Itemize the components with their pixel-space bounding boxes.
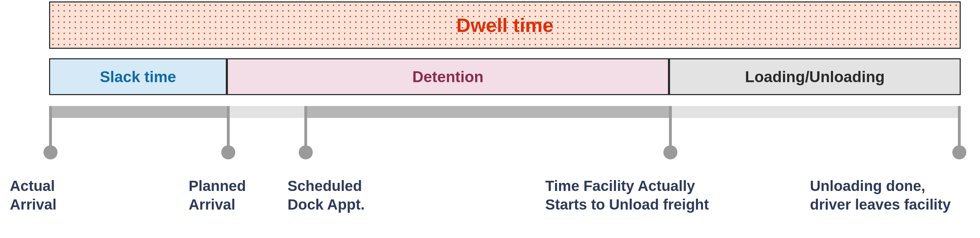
tick-actual-arrival-label: Actual Arrival	[10, 177, 56, 214]
timeline-axis-shaded-1	[50, 106, 227, 118]
tick-unloading-done-stem	[958, 106, 961, 148]
tick-unloading-done-label: Unloading done, driver leaves facility	[810, 177, 951, 214]
tick-facility-starts-label: Time Facility Actually Starts to Unload …	[545, 177, 709, 214]
dwell-time-label: Dwell time	[457, 14, 554, 37]
loading-unloading-bar: Loading/Unloading	[669, 58, 961, 95]
tick-unloading-done-dot	[952, 145, 966, 160]
tick-actual-arrival-dot	[43, 145, 57, 160]
tick-actual-arrival-stem	[49, 106, 52, 148]
detention-bar: Detention	[227, 58, 669, 95]
tick-scheduled-dock-label: Scheduled Dock Appt.	[288, 177, 365, 214]
tick-facility-starts-dot	[663, 145, 678, 160]
dwell-time-bar: Dwell time	[49, 2, 961, 49]
tick-planned-arrival-dot	[221, 145, 235, 160]
tick-planned-arrival-label: Planned Arrival	[189, 177, 246, 214]
tick-scheduled-dock-dot	[299, 145, 313, 160]
tick-facility-starts-stem	[669, 106, 672, 148]
loading-unloading-label: Loading/Unloading	[745, 68, 885, 86]
tick-planned-arrival-stem	[227, 106, 230, 148]
timeline-axis-shaded-2	[304, 106, 669, 118]
detention-label: Detention	[412, 68, 484, 86]
slack-time-label: Slack time	[100, 68, 177, 86]
dwell-time-diagram: Dwell time Slack time Detention Loading/…	[0, 0, 980, 238]
tick-scheduled-dock-stem	[304, 106, 307, 148]
slack-time-bar: Slack time	[49, 58, 227, 95]
